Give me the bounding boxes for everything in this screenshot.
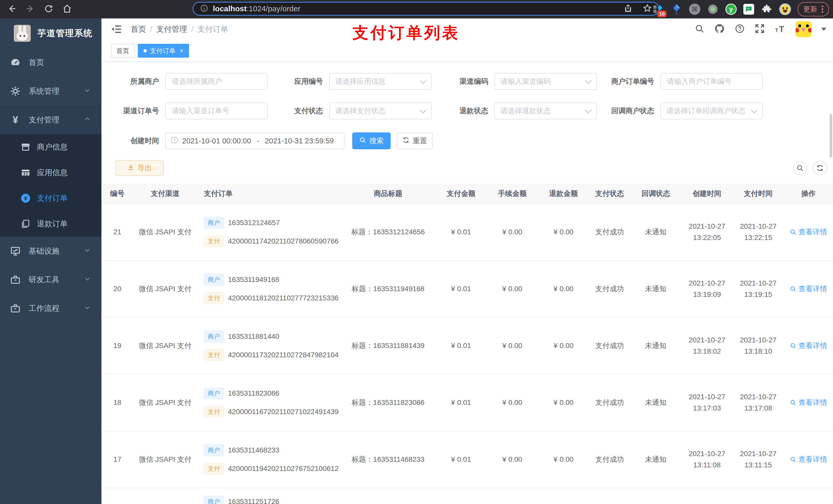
extension-command-icon[interactable]: ⌘ [689,4,700,15]
app-logo[interactable]: 芋道管理系统 [0,19,101,48]
fullscreen-icon[interactable] [755,24,765,35]
sidebar-item-pay-order[interactable]: ¥ 支付订单 [0,186,101,211]
pay-order-no: 4200001174202110278060590766 [228,237,339,245]
breadcrumb: 首页 / 支付管理 / 支付订单 [130,24,228,34]
browser-menu-icon[interactable] [822,6,823,13]
cell-order: 商户 1635311823086 支付 42000011672021102710… [197,387,341,418]
merchant-order-no-input-field[interactable] [667,77,757,86]
cell-amount: ¥ 0.01 [435,455,487,463]
merchant-tag: 商户 [204,444,224,456]
cell-pay-status: 支付成功 [589,284,630,294]
reset-button[interactable]: 重置 [397,133,433,149]
table-row: 20 微信 JSAPI 支付 商户 1635311949168 支付 42000… [101,261,833,317]
share-icon[interactable] [624,4,633,14]
cell-channel: 微信 JSAPI 支付 [133,455,197,464]
refund-status-select[interactable]: 请选择退款状态 [494,102,597,119]
sidebar-item-workflow[interactable]: 工作流程 [0,294,101,323]
extension-y-icon[interactable]: y [725,4,737,15]
sidebar-item-app-info[interactable]: 应用信息 [0,160,101,186]
extension-kite-icon[interactable] [671,3,682,15]
tab-pay-order[interactable]: 支付订单 × [138,44,189,57]
cell-create-time: 2021-10-2713:22:05 [681,221,733,243]
merchant-input[interactable] [165,73,268,90]
cell-pay-time: 2021-10-2713:19:15 [733,278,784,300]
url-bar[interactable]: localhost:1024/pay/order [193,2,659,16]
extension-dot-circle-icon[interactable] [707,3,719,15]
sidebar-item-merchant-info[interactable]: 商户信息 [0,134,101,160]
view-detail-link[interactable]: 查看详情 [790,227,827,237]
search-button[interactable]: 搜索 [352,133,390,149]
date-end: 2021-10-31 23:59:59 [265,137,334,145]
export-button[interactable]: 导出 [115,160,164,176]
channel-order-no-input[interactable] [165,102,268,119]
sidebar-item-refund-order[interactable]: 退款订单 [0,211,101,237]
create-time-range-input[interactable]: 2021-10-01 00:00:00 - 2021-10-31 23:59:5… [165,133,344,149]
extension-badge: 10 [657,10,667,17]
merchant-order-no-input[interactable] [660,73,763,90]
magnifier-icon [790,229,796,235]
view-detail-link[interactable]: 查看详情 [790,284,827,294]
cell-channel: 微信 JSAPI 支付 [133,341,197,351]
callback-status-label: 回调商户状态 [597,106,660,116]
pay-status-select[interactable]: 请选择支付状态 [329,102,432,119]
pay-order-no: 4200001173202110272847982104 [228,351,339,359]
reload-icon[interactable] [44,4,53,14]
close-tab-icon[interactable]: × [180,47,184,54]
view-detail-link[interactable]: 查看详情 [790,455,827,464]
help-icon[interactable] [735,24,745,35]
channel-order-no-input-field[interactable] [171,106,262,115]
magnifier-icon [790,342,796,349]
merchant-order-no: 1635311823086 [228,389,279,398]
browser-update-button[interactable]: 更新 [798,2,829,16]
app-select[interactable]: 请选择应用信息 [329,73,432,90]
sidebar-item-home[interactable]: 首页 [0,48,101,77]
toggle-search-button[interactable] [793,161,807,175]
extension-chat-icon[interactable] [743,4,754,15]
view-detail-link[interactable]: 查看详情 [790,398,827,407]
col-pay-time: 支付时间 [733,189,784,198]
table-body: 21 微信 JSAPI 支付 商户 1635312124657 支付 42000… [101,204,833,488]
chevron-down-icon [585,77,592,84]
back-icon[interactable] [7,4,16,14]
cell-refund: ¥ 0.00 [538,228,589,236]
search-icon[interactable] [695,24,705,34]
page-scrollbar-thumb[interactable] [830,114,832,158]
merchant-input-field[interactable] [171,77,262,86]
sidebar-item-infrastructure[interactable]: 基础设施 [0,237,101,265]
cell-order: 商户 1635311468233 支付 42000011942021102767… [197,444,341,475]
avatar-caret-icon[interactable] [821,28,826,31]
tab-home[interactable]: 首页 [111,44,135,57]
cell-fee: ¥ 0.00 [487,342,538,350]
table-row: 17 微信 JSAPI 支付 商户 1635311468233 支付 42000… [101,431,833,488]
cell-notify-status: 未通知 [630,455,681,464]
briefcase-icon [9,303,22,314]
filter-row-2: 渠道订单号 支付状态 请选择支付状态 退款状态 请选择退款状态 回调商户状态 请… [101,102,833,119]
cell-pay-time: 2021-10-2713:18:10 [733,334,784,357]
forward-icon[interactable] [26,4,35,14]
refresh-table-button[interactable] [813,161,827,175]
channel-code-select[interactable]: 请输入渠道编码 [494,73,597,90]
merchant-order-no: 1635311468233 [228,446,279,454]
site-info-icon[interactable] [200,4,208,13]
breadcrumb-home[interactable]: 首页 [130,24,146,34]
extension-diamond-icon[interactable]: 10 [652,3,664,15]
sidebar-item-payment[interactable]: ¥ 支付管理 [0,105,101,134]
bookmark-star-icon[interactable] [643,4,652,14]
breadcrumb-section[interactable]: 支付管理 [156,24,187,34]
cell-action: 查看详情 [784,284,833,294]
profile-avatar-icon[interactable] [779,3,791,15]
home-icon[interactable] [63,4,72,14]
view-detail-link[interactable]: 查看详情 [790,341,827,351]
font-size-icon[interactable]: TT [775,24,786,35]
gear-icon [9,86,22,97]
github-icon[interactable] [714,23,725,35]
sidebar-item-dev-tools[interactable]: 研发工具 [0,265,101,294]
sidebar-collapse-icon[interactable] [111,24,122,34]
cell-amount: ¥ 0.01 [435,285,487,293]
sidebar-item-system[interactable]: 系统管理 [0,77,101,105]
user-avatar[interactable] [795,21,811,37]
extensions-puzzle-icon[interactable] [761,3,772,15]
cell-order: 商户 1635311949168 支付 42000011812021102777… [197,274,341,304]
cell-create-time: 2021-10-2713:11:08 [681,448,733,471]
callback-status-select[interactable]: 请选择订单回调商户状态 [660,102,763,119]
